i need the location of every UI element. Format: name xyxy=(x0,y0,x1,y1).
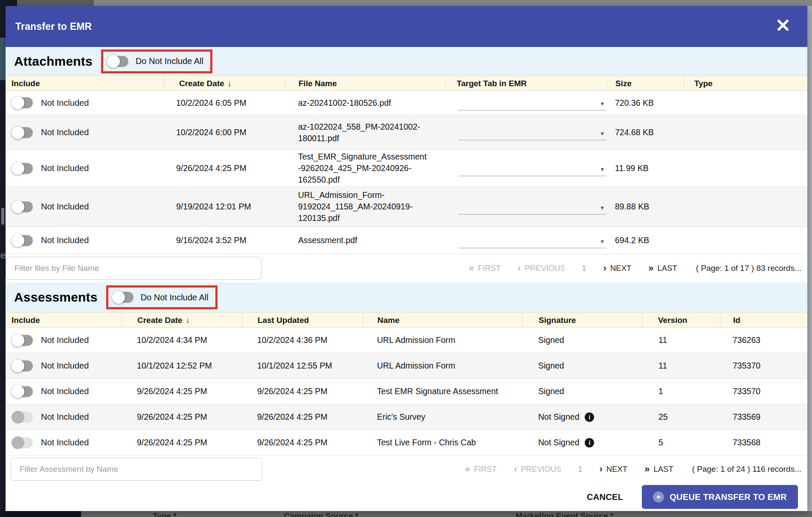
id-cell: 733568 xyxy=(720,438,807,447)
include-cell: Not Included xyxy=(6,385,122,398)
table-row: Not Included 9/26/2024 4:25 PM 9/26/2024… xyxy=(6,430,807,456)
col-header-create-date[interactable]: Create Date ↓ xyxy=(122,313,242,328)
name-cell: Test EMR Signature Assessment xyxy=(362,386,522,396)
current-page-number[interactable]: 1 xyxy=(582,264,586,273)
version-cell: 1 xyxy=(642,386,720,396)
toggle-knob xyxy=(107,55,120,68)
first-page-button[interactable]: « FIRST xyxy=(469,264,501,273)
include-toggle[interactable] xyxy=(12,162,33,175)
assessments-table-header: Include Create Date ↓ Last Updated Name … xyxy=(6,312,807,328)
current-page-number[interactable]: 1 xyxy=(578,465,582,474)
background-bottom-dark-segment xyxy=(0,511,81,517)
target-tab-cell: ▾ xyxy=(446,125,606,140)
queue-transfer-button[interactable]: + QUEUE TRANSFER TO EMR xyxy=(642,485,798,509)
chevron-down-icon: ▾ xyxy=(600,100,604,107)
col-header-version: Version xyxy=(642,313,720,328)
table-row: Not Included 10/2/2024 4:34 PM 10/2/2024… xyxy=(6,328,807,353)
create-date-cell: 10/2/2024 6:05 PM xyxy=(163,98,285,108)
target-tab-cell: ▾ xyxy=(446,161,606,176)
include-cell: Not Included xyxy=(6,234,163,247)
file-name-cell: URL_Admission_Form-9192024_1158_AM-20240… xyxy=(285,189,446,224)
target-tab-dropdown[interactable]: ▾ xyxy=(458,161,606,176)
target-tab-dropdown[interactable]: ▾ xyxy=(458,233,606,248)
include-toggle[interactable] xyxy=(12,126,33,139)
include-cell: Not Included xyxy=(6,200,163,213)
include-toggle[interactable] xyxy=(12,96,33,109)
id-cell: 733570 xyxy=(720,386,807,396)
table-row: Not Included 9/26/2024 4:25 PM Test_EMR_… xyxy=(6,150,807,187)
next-page-icon: › xyxy=(600,465,603,474)
target-tab-cell: ▾ xyxy=(446,233,606,248)
include-toggle[interactable] xyxy=(12,360,33,372)
chevron-down-icon: ▾ xyxy=(600,238,604,245)
previous-page-button[interactable]: ‹ PREVIOUS xyxy=(518,264,565,273)
include-status-label: Not Included xyxy=(41,163,89,173)
assessments-filter-input[interactable] xyxy=(11,458,262,481)
size-cell: 89.88 KB xyxy=(606,202,684,212)
next-page-button[interactable]: › NEXT xyxy=(600,465,628,474)
create-date-cell: 10/1/2024 12:52 PM xyxy=(122,361,242,371)
include-status-label: Not Included xyxy=(41,335,89,345)
last-page-icon: » xyxy=(648,264,653,273)
include-toggle[interactable] xyxy=(12,234,33,247)
previous-page-icon: ‹ xyxy=(518,264,521,273)
attachments-filter-input[interactable] xyxy=(6,257,261,280)
last-page-button[interactable]: » LAST xyxy=(644,465,673,474)
assessments-do-not-include-all-toggle[interactable] xyxy=(113,291,134,304)
attachments-toggle-all-highlight: Do Not Include All xyxy=(101,49,212,73)
include-toggle[interactable] xyxy=(12,200,33,213)
name-cell: URL Admission Form xyxy=(362,335,522,345)
create-date-cell: 10/2/2024 4:34 PM xyxy=(122,335,242,345)
close-icon[interactable] xyxy=(776,18,790,32)
include-status-label: Not Included xyxy=(41,438,89,447)
assessments-heading: Assessments xyxy=(14,290,98,305)
version-cell: 11 xyxy=(642,335,720,345)
id-cell: 733569 xyxy=(720,412,807,422)
size-cell: 694.2 KB xyxy=(606,235,684,245)
table-row: Not Included 10/1/2024 12:52 PM 10/1/202… xyxy=(6,353,807,379)
info-icon[interactable]: i xyxy=(585,438,594,447)
include-toggle-disabled[interactable] xyxy=(12,436,33,449)
include-toggle[interactable] xyxy=(12,385,33,398)
include-status-label: Not Included xyxy=(41,128,89,137)
cancel-button[interactable]: CANCEL xyxy=(587,492,623,502)
col-header-file-name: File Name xyxy=(285,76,446,91)
last-updated-cell: 10/2/2024 4:36 PM xyxy=(242,335,362,345)
target-tab-dropdown[interactable]: ▾ xyxy=(458,125,606,140)
signature-cell: Signed xyxy=(522,335,642,345)
col-header-signature: Signature xyxy=(522,313,642,328)
include-cell: Not Included xyxy=(6,126,163,139)
target-tab-dropdown[interactable]: ▾ xyxy=(458,95,606,110)
col-header-include: Include xyxy=(6,76,163,91)
assessments-section-header: Assessments Do Not Include All xyxy=(6,282,807,312)
include-status-label: Not Included xyxy=(41,412,89,422)
next-page-icon: › xyxy=(603,264,606,273)
name-cell: Test Live Form - Chris Cab xyxy=(362,438,522,447)
dialog-header: Transfer to EMR xyxy=(6,6,807,47)
previous-page-icon: ‹ xyxy=(514,465,517,474)
last-updated-cell: 10/1/2024 12:55 PM xyxy=(242,361,362,371)
last-updated-cell: 9/26/2024 4:25 PM xyxy=(242,438,362,447)
signature-cell: Not Signed i xyxy=(522,412,642,422)
attachments-do-not-include-all-toggle[interactable] xyxy=(107,55,129,68)
include-toggle[interactable] xyxy=(12,334,33,347)
first-page-button[interactable]: « FIRST xyxy=(465,465,497,474)
target-tab-dropdown[interactable]: ▾ xyxy=(458,199,606,215)
chevron-down-icon: ▾ xyxy=(600,204,604,212)
last-page-icon: » xyxy=(644,465,650,474)
next-page-button[interactable]: › NEXT xyxy=(603,264,632,273)
last-page-button[interactable]: » LAST xyxy=(648,264,677,273)
info-icon[interactable]: i xyxy=(585,412,594,422)
last-updated-cell: 9/26/2024 4:25 PM xyxy=(242,386,362,396)
first-page-icon: « xyxy=(469,264,474,273)
size-cell: 720.36 KB xyxy=(606,98,684,108)
include-toggle-disabled[interactable] xyxy=(12,411,33,424)
transfer-to-emr-dialog: Transfer to EMR Attachments Do Not Inclu… xyxy=(6,6,807,511)
table-row: Not Included 9/26/2024 4:25 PM 9/26/2024… xyxy=(6,379,807,404)
col-header-create-date[interactable]: Create Date ↓ xyxy=(163,76,285,91)
file-name-cell: Assessment.pdf xyxy=(285,235,446,246)
background-right-edge xyxy=(807,6,812,517)
previous-page-button[interactable]: ‹ PREVIOUS xyxy=(514,465,561,474)
include-cell: Not Included xyxy=(6,436,122,449)
id-cell: 736263 xyxy=(720,335,807,345)
